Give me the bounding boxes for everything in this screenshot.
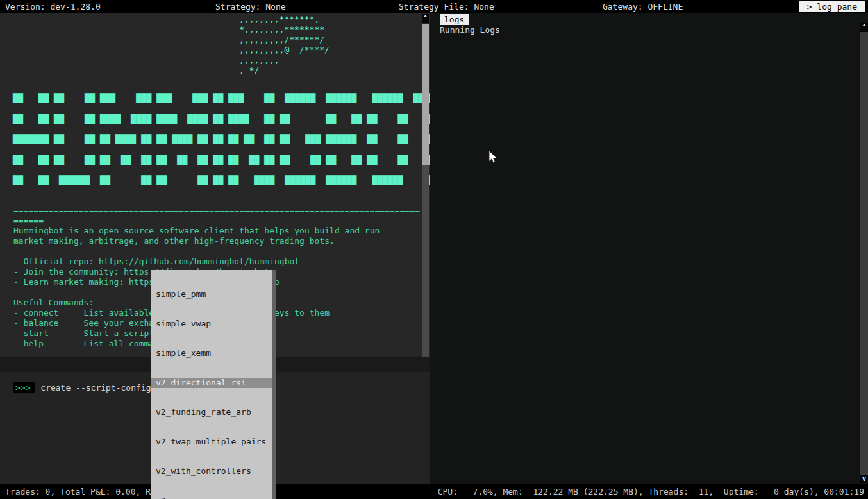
hummingbird-ascii-art: ,,,,,,,,*******, *,,,,,,,,******** ,,,,,…	[239, 14, 330, 76]
top-status-bar: Version: dev-1.28.0 Strategy: None Strat…	[0, 0, 868, 13]
scroll-down-icon[interactable]: v	[860, 475, 868, 483]
prompt-symbol: >>>	[13, 382, 35, 393]
completion-item[interactable]: simple_vwap	[151, 319, 272, 329]
strategy-file-label: Strategy File: None	[399, 2, 494, 12]
scrollbar-track[interactable]	[422, 165, 429, 362]
running-logs-heading: Running Logs	[440, 25, 500, 35]
scroll-up-icon[interactable]: ^	[422, 14, 429, 23]
completion-item[interactable]: v2_twap_multiple_pairs	[151, 437, 272, 447]
log-panel: logs Running Logs	[430, 13, 868, 484]
scrollbar-thumb[interactable]	[422, 24, 429, 165]
scrollbar-track[interactable]	[860, 32, 868, 475]
version-label: Version: dev-1.28.0	[5, 2, 101, 12]
completion-item[interactable]: v2_with_controllers	[151, 466, 272, 477]
mouse-cursor	[488, 151, 499, 165]
hummingbot-block-banner: ██ ██ ██ ██ ███ ███ ███ ███ ██ ███ ██ ██…	[13, 89, 430, 191]
bottom-status-bar: Trades: 0, Total P&L: 0.00, Return %: 0.…	[0, 484, 868, 499]
tab-logs[interactable]: logs	[440, 14, 469, 25]
scroll-up-icon[interactable]: ^	[860, 23, 868, 32]
log-pane-toggle-button[interactable]: > log pane	[799, 1, 865, 12]
completion-item[interactable]: simple_pmm	[151, 289, 272, 300]
completion-item-selected[interactable]: v2_directional_rsi	[151, 378, 272, 388]
hummingbot-terminal: Version: dev-1.28.0 Strategy: None Strat…	[0, 0, 868, 499]
system-resources-status: CPU: 7.0%, Mem: 122.22 MB (222.25 MB), T…	[438, 487, 864, 496]
strategy-label: Strategy: None	[215, 2, 286, 12]
completion-item[interactable]: v2_xemm	[151, 496, 272, 499]
completion-menu: simple_pmm simple_vwap simple_xemm v2_di…	[151, 270, 276, 499]
completion-item[interactable]: simple_xemm	[151, 348, 272, 359]
completion-menu-scrollbar[interactable]	[272, 270, 276, 499]
completion-item[interactable]: v2_funding_rate_arb	[151, 407, 272, 418]
gateway-status-label: Gateway: OFFLINE	[603, 2, 683, 12]
